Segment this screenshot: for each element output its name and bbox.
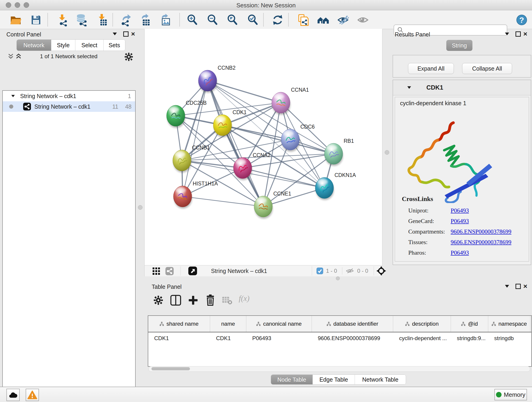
detach-view-icon[interactable] (188, 266, 197, 275)
home-icon[interactable] (317, 13, 330, 26)
table-gear-icon[interactable] (153, 295, 164, 306)
table-cell[interactable]: CDK1 (210, 332, 246, 344)
gear-icon[interactable] (124, 52, 134, 62)
node-cdkn1a[interactable]: CDKN1A (315, 172, 356, 200)
memory-button[interactable]: Memory (494, 389, 527, 400)
crosslink-value-link[interactable]: 9606.ENSP00000378699 (451, 239, 511, 246)
hide-eye-icon[interactable] (337, 13, 350, 26)
tab-network-table[interactable]: Network Table (355, 375, 406, 384)
table-cell[interactable]: stringdb (488, 332, 530, 344)
node-ccna1[interactable]: CCNA1 (272, 87, 309, 115)
add-column-icon[interactable] (187, 294, 199, 306)
control-panel-float-icon[interactable] (113, 32, 117, 35)
import-network-icon[interactable] (56, 13, 69, 26)
tab-style[interactable]: Style (51, 40, 75, 51)
crosslink-value-link[interactable]: P06493 (451, 207, 469, 214)
collapse-all-button[interactable]: Collapse All (462, 63, 512, 74)
save-session-icon[interactable] (30, 13, 42, 26)
column-header-description[interactable]: description (393, 316, 451, 332)
collapse-all-icon[interactable] (7, 53, 14, 60)
table-cell[interactable]: P06493 (246, 332, 312, 344)
collection-expand-icon[interactable] (11, 95, 15, 97)
zoom-selected-icon[interactable] (246, 13, 259, 26)
network-graph[interactable]: CCNB2CCNA1CDC25BCDK1CDC6RB1CCNB1CCNA2CDK… (145, 29, 382, 263)
network-canvas[interactable]: CCNB2CCNA1CDC25BCDK1CDC6RB1CCNB1CCNA2CDK… (144, 29, 382, 265)
table-cell[interactable]: CDK1 (148, 332, 210, 344)
show-columns-icon[interactable] (170, 294, 181, 306)
column-header-label: namespace (498, 321, 527, 327)
network-edges[interactable] (176, 81, 334, 206)
warning-button[interactable] (26, 389, 39, 401)
network-view-icon[interactable] (165, 267, 174, 275)
expand-all-icon[interactable] (15, 53, 22, 60)
tab-string[interactable]: String (446, 40, 472, 51)
zoom-out-icon[interactable] (206, 13, 219, 26)
import-table-icon[interactable] (96, 13, 109, 26)
scrollbar-thumb[interactable] (152, 367, 190, 370)
node-label: RB1 (344, 138, 354, 144)
memory-label: Memory (504, 391, 525, 398)
node-ccnb2[interactable]: CCNB2 (198, 65, 235, 93)
column-header-namespace[interactable]: namespace (488, 316, 530, 332)
edge[interactable] (183, 81, 208, 196)
show-eye-icon[interactable] (357, 13, 370, 26)
help-icon[interactable]: ? (515, 13, 528, 26)
control-panel-close-icon[interactable]: × (131, 32, 135, 36)
tab-sets[interactable]: Sets (104, 40, 125, 51)
table-panel-maximize-icon[interactable] (515, 284, 521, 289)
import-database-icon[interactable] (75, 13, 88, 26)
results-panel-close-icon[interactable]: × (523, 32, 527, 36)
gene-header-row[interactable]: CDK1 (393, 80, 531, 95)
table-panel-close-icon[interactable]: × (523, 284, 527, 288)
table-cell[interactable]: 9606.ENSP00000378699 (312, 332, 393, 344)
crosslink-value-link[interactable]: P06493 (451, 249, 469, 256)
tab-edge-table[interactable]: Edge Table (313, 375, 355, 384)
refresh-layout-icon[interactable] (271, 13, 284, 26)
column-header--id[interactable]: @id (451, 316, 488, 332)
network-share-icon (23, 102, 31, 111)
control-panel-maximize-icon[interactable] (123, 32, 128, 37)
edge[interactable] (263, 188, 324, 206)
table-cell[interactable]: cyclin-dependent ... (393, 332, 451, 344)
network-collection-row[interactable]: String Network – cdk1 1 (3, 91, 135, 101)
delete-column-icon[interactable] (205, 294, 216, 306)
column-header-shared-name[interactable]: shared name (148, 316, 210, 332)
tab-select[interactable]: Select (75, 40, 104, 51)
table-panel-float-icon[interactable] (505, 285, 509, 288)
export-network-icon[interactable] (120, 13, 133, 26)
column-header-label: name (221, 321, 235, 327)
gene-collapse-icon[interactable] (407, 86, 411, 89)
node-hist1h1a[interactable]: HIST1H1A (173, 181, 218, 209)
right-splitter-handle[interactable] (385, 150, 389, 155)
selected-checkbox-icon[interactable] (317, 268, 323, 274)
table-cell[interactable]: stringdb:9... (451, 332, 488, 344)
open-session-icon[interactable] (9, 13, 22, 26)
column-header-name[interactable]: name (210, 316, 246, 332)
edge[interactable] (208, 81, 263, 206)
crosslink-value-link[interactable]: P06493 (451, 218, 469, 225)
export-image-icon[interactable] (159, 13, 172, 26)
column-header-database-identifier[interactable]: database identifier (312, 316, 393, 332)
expand-all-button[interactable]: Expand All (408, 63, 454, 74)
network-row-selected[interactable]: String Network – cdk1 11 48 (3, 101, 135, 112)
results-panel-maximize-icon[interactable] (515, 32, 521, 37)
tab-node-table[interactable]: Node Table (271, 375, 313, 384)
node-ccne1[interactable]: CCNE1 (254, 191, 291, 219)
zoom-fit-icon[interactable] (226, 13, 239, 26)
table-horizontal-scrollbar[interactable] (148, 366, 530, 372)
copy-network-icon[interactable] (297, 13, 309, 26)
node-rb1[interactable]: RB1 (324, 138, 354, 166)
crosslink-value-link[interactable]: 9606.ENSP00000378699 (451, 228, 511, 235)
results-panel-float-icon[interactable] (505, 32, 509, 35)
birds-eye-icon[interactable] (376, 266, 386, 276)
table-row[interactable]: CDK1CDK1P064939606.ENSP00000378699cyclin… (148, 332, 531, 344)
export-table-icon[interactable] (139, 13, 152, 26)
tab-network[interactable]: Network (17, 40, 51, 51)
left-splitter-handle[interactable] (138, 205, 143, 210)
zoom-in-icon[interactable] (186, 13, 199, 26)
edge[interactable] (183, 196, 263, 206)
edge[interactable] (208, 81, 281, 103)
grid-view-icon[interactable] (152, 267, 160, 275)
cloud-button[interactable] (6, 389, 20, 401)
column-header-canonical-name[interactable]: canonical name (246, 316, 312, 332)
